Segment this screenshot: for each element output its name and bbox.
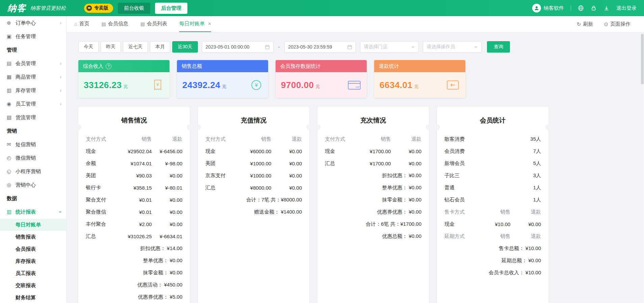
sidebar-item-inventory-report[interactable]: 库存报表 bbox=[0, 255, 66, 267]
summary-row: 折扣优惠： ¥0.00 bbox=[325, 169, 421, 182]
sidebar-item-daily-statement[interactable]: 每日对账单 bbox=[0, 219, 66, 231]
sidebar-item-finance-report[interactable]: 财务结算 bbox=[0, 292, 66, 303]
quick-filter-30days[interactable]: 近30天 bbox=[172, 41, 198, 53]
nav-backend-manage[interactable]: 后台管理 bbox=[155, 3, 187, 14]
cell-refund: ¥-6634.01 bbox=[152, 233, 182, 239]
vip-card-icon: VIP bbox=[346, 78, 362, 92]
start-date-picker[interactable]: 2023-05-01 00:00:00 bbox=[202, 41, 274, 53]
stat-card-sales-total: 销售总额 24392.24元 ¥ bbox=[177, 60, 268, 98]
table-row: 余额¥1074.01¥-98.00 bbox=[86, 157, 182, 169]
sidebar-item-wechat[interactable]: ◴ 微信营销 bbox=[0, 151, 66, 165]
tab-member-info[interactable]: ▤ 会员信息 bbox=[101, 17, 128, 32]
cell-sales: ¥8000.00 bbox=[239, 185, 271, 191]
chevron-right-icon: › bbox=[60, 61, 61, 66]
svg-text:¥: ¥ bbox=[255, 82, 258, 88]
end-date-picker[interactable]: 2023-05-30 23:59:59 bbox=[284, 41, 356, 53]
table-header: 支付方式 销售 退款 bbox=[86, 133, 182, 145]
search-button[interactable]: 查询 bbox=[487, 41, 510, 53]
table-row: 丰付聚合¥2.00¥0.00 bbox=[86, 218, 182, 230]
sidebar-item-label: 库存管理 bbox=[16, 87, 36, 94]
logistics-icon: ▧ bbox=[7, 114, 16, 120]
lock-icon[interactable] bbox=[591, 5, 597, 11]
sidebar-item-member-report[interactable]: 会员报表 bbox=[0, 243, 66, 255]
tabbar-actions: ↻ 刷新 ⊙ 页面操作 bbox=[571, 21, 636, 27]
summary-row: 合计：7笔 共：¥8000.00 bbox=[205, 194, 302, 206]
help-icon[interactable]: ? bbox=[106, 63, 111, 69]
cell-refund: ¥0.00 bbox=[152, 221, 182, 227]
sidebar-item-sales-report[interactable]: 销售报表 bbox=[0, 231, 66, 243]
scrollbar-thumb[interactable] bbox=[641, 34, 644, 84]
sidebar-item-member[interactable]: ▤ 会员管理 › bbox=[0, 57, 66, 70]
sidebar-item-logistics[interactable]: ▧ 货流管理 bbox=[0, 111, 66, 124]
kv-row: 新增会员5人 bbox=[444, 157, 541, 169]
table-header: 售卡方式 销售 退款 bbox=[444, 206, 541, 218]
user-account[interactable]: 纳客软件 bbox=[532, 4, 564, 12]
download-icon[interactable] bbox=[603, 5, 610, 11]
user-name: 纳客软件 bbox=[544, 5, 564, 11]
table-row: 汇总¥1700.00¥0.00 bbox=[325, 157, 421, 169]
stat-card-header: 退款统计 bbox=[374, 60, 465, 72]
cell-pay-method: 美团 bbox=[86, 172, 120, 179]
stat-card-member-prepaid: 会员预存数据统计 9700.00元 VIP bbox=[276, 60, 367, 98]
tab-label: 会员列表 bbox=[147, 21, 167, 27]
cell-pay-method: 美团 bbox=[205, 160, 239, 167]
stat-value: 9700.00 bbox=[281, 80, 314, 90]
stat-title: 销售总额 bbox=[182, 63, 202, 70]
kv-row: 子比三3人 bbox=[444, 169, 541, 182]
stat-cards: 综合收入 ? 33126.23元 ¥ 销售总额 24392.24元 ¥ bbox=[78, 60, 644, 98]
kv-label: 会员消费 bbox=[444, 148, 465, 155]
stat-card-body: 6634.01元 bbox=[374, 72, 465, 98]
sidebar-section-marketing: 营销 bbox=[0, 124, 66, 138]
page-ops-button[interactable]: ⊙ 页面操作 bbox=[598, 21, 636, 27]
summary-row: 优惠券优惠： ¥5.00 bbox=[86, 291, 182, 303]
kv-value: 1人 bbox=[533, 197, 541, 203]
operator-select[interactable]: 请选择操作员 bbox=[423, 41, 482, 53]
cell-pay-method: 汇总 bbox=[325, 160, 359, 167]
nav-front-cashier[interactable]: 前台收银 bbox=[118, 3, 150, 14]
quick-filter-month[interactable]: 本月 bbox=[150, 41, 170, 53]
calendar-icon bbox=[265, 45, 270, 50]
globe-icon[interactable] bbox=[578, 5, 584, 11]
logout-button[interactable]: 退出登录 bbox=[616, 5, 637, 11]
refresh-button[interactable]: ↻ 刷新 bbox=[571, 21, 599, 27]
sidebar: ⊕ 订单中心 › ▣ 任务管理 管理 ▤ 会员管理 › ▦ 商品管理 › ▥ 库… bbox=[0, 16, 67, 303]
summary-row: 优惠券优惠： ¥0.00 bbox=[325, 206, 421, 218]
table-header: 支付方式 销售 退款 bbox=[325, 133, 421, 145]
cell-pay-method: 汇总 bbox=[86, 233, 120, 240]
col-card-method: 售卡方式 bbox=[444, 209, 478, 215]
store-select[interactable]: 请选择门店 bbox=[360, 41, 419, 53]
quick-filter-yesterday[interactable]: 昨天 bbox=[101, 41, 121, 53]
col-pay-method: 支付方式 bbox=[325, 136, 359, 142]
cell-refund: ¥0.00 bbox=[391, 161, 421, 166]
close-icon[interactable]: × bbox=[208, 21, 211, 27]
sidebar-item-label: 订单中心 bbox=[16, 20, 36, 26]
kv-row: 散客消费35人 bbox=[444, 133, 541, 145]
sidebar-item-label: 商品管理 bbox=[16, 74, 36, 80]
sidebar-item-marketing-center[interactable]: ◎ 营销中心 bbox=[0, 178, 66, 192]
sidebar-item-staff[interactable]: ◉ 员工管理 › bbox=[0, 97, 66, 111]
sidebar-item-shift-report[interactable]: 交班报表 bbox=[0, 279, 66, 292]
marketing-center-icon: ◎ bbox=[7, 182, 16, 188]
end-date-value: 2023-05-30 23:59:59 bbox=[288, 44, 332, 50]
tab-member-list[interactable]: ▤ 会员列表 bbox=[140, 17, 167, 32]
sidebar-item-staff-report[interactable]: 员工报表 bbox=[0, 267, 66, 279]
sidebar-item-inventory[interactable]: ▥ 库存管理 › bbox=[0, 84, 66, 97]
sidebar-item-sms[interactable]: ✉ 短信营销 bbox=[0, 138, 66, 151]
table-row: 现金¥1700.00¥0.00 bbox=[325, 145, 421, 157]
sidebar-item-order-center[interactable]: ⊕ 订单中心 › bbox=[0, 16, 66, 30]
sidebar-item-task[interactable]: ▣ 任务管理 bbox=[0, 30, 66, 43]
quick-filter-today[interactable]: 今天 bbox=[78, 41, 99, 53]
cell-refund: ¥0.00 bbox=[271, 161, 302, 166]
tab-daily-statement[interactable]: 每日对账单 × bbox=[179, 17, 211, 32]
summary-row: 优惠总额： ¥0.00 bbox=[325, 230, 421, 242]
sidebar-item-report[interactable]: ▥ 统计报表 › bbox=[0, 205, 66, 219]
edition-badge[interactable]: 专卖版 bbox=[84, 4, 113, 13]
sidebar-section-manage: 管理 bbox=[0, 43, 66, 57]
cell-pay-method: 丰付聚合 bbox=[86, 221, 120, 227]
sidebar-item-miniapp[interactable]: ◵ 小程序营销 bbox=[0, 165, 66, 178]
stat-card-body: 33126.23元 ¥ bbox=[78, 72, 170, 98]
sidebar-item-goods[interactable]: ▦ 商品管理 › bbox=[0, 70, 66, 84]
cell-pay-method: 现金 bbox=[86, 148, 120, 155]
quick-filter-7days[interactable]: 近七天 bbox=[123, 41, 148, 53]
tab-home[interactable]: ⌂ 首页 bbox=[74, 17, 89, 32]
